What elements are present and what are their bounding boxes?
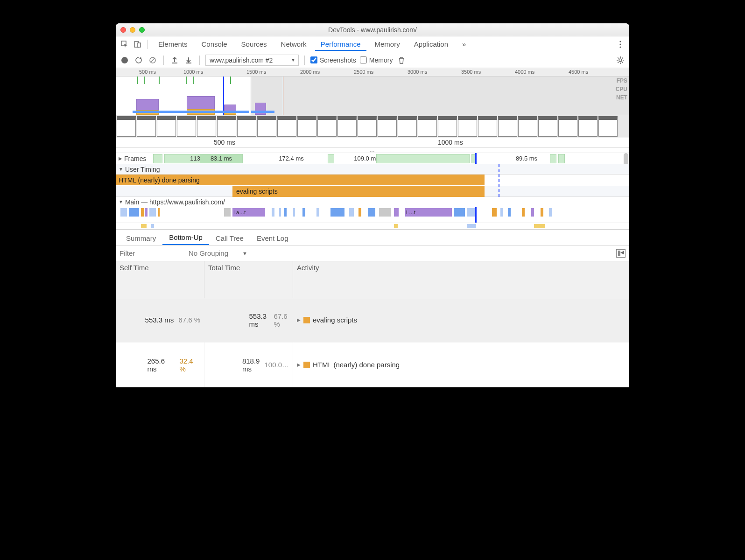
table-cell-total-time[interactable]: 553.3 ms 67.6 % (204, 298, 293, 343)
overview-filmstrip[interactable] (116, 115, 629, 137)
filmstrip-frame[interactable] (558, 116, 577, 137)
details-tab-event-log[interactable]: Event Log (250, 231, 295, 245)
filmstrip-frame[interactable] (157, 116, 176, 137)
filmstrip-frame[interactable] (438, 116, 457, 137)
memory-checkbox-input[interactable] (360, 56, 367, 63)
user-timing-header[interactable]: ▼ User Timing (116, 164, 629, 175)
flame-event[interactable]: L…t (405, 208, 452, 217)
flame-event[interactable] (394, 208, 399, 217)
flame-event[interactable] (141, 208, 144, 217)
screenshots-checkbox-input[interactable] (310, 56, 317, 63)
frame-block[interactable]: 83.1 ms (200, 154, 243, 163)
flame-event[interactable] (302, 208, 305, 217)
load-profile-button[interactable] (169, 55, 180, 65)
filmstrip-frame[interactable] (398, 116, 417, 137)
filmstrip-frame[interactable] (277, 116, 296, 137)
flame-event[interactable] (284, 208, 287, 217)
details-tab-bottom-up[interactable]: Bottom-Up (162, 231, 209, 245)
flame-event[interactable] (467, 208, 475, 217)
close-window-button[interactable] (120, 27, 126, 33)
flame-event[interactable] (151, 224, 154, 228)
recording-select[interactable]: www.paulirish.com #2 ▼ (205, 55, 299, 66)
expand-triangle-icon[interactable]: ▶ (297, 362, 301, 367)
overview-selection[interactable] (116, 77, 251, 115)
filmstrip-frame[interactable] (177, 116, 196, 137)
filmstrip-frame[interactable] (518, 116, 537, 137)
clear-button[interactable] (148, 55, 158, 65)
panel-tab-performance[interactable]: Performance (315, 37, 366, 51)
flame-event[interactable] (141, 224, 147, 228)
garbage-collect-button[interactable] (396, 55, 407, 65)
flame-event[interactable] (492, 208, 497, 217)
more-tabs-button[interactable]: » (457, 37, 471, 51)
flame-event[interactable] (349, 208, 354, 217)
flame-event[interactable] (145, 208, 148, 217)
table-header[interactable]: Total Time (204, 261, 293, 298)
user-timing-bar[interactable]: evaling scripts (232, 186, 485, 197)
frame-block[interactable] (376, 154, 470, 163)
screenshots-checkbox[interactable]: Screenshots (310, 56, 356, 64)
kebab-menu-icon[interactable] (615, 39, 626, 49)
flame-event[interactable] (120, 208, 127, 217)
frame-block[interactable] (471, 154, 475, 163)
device-toolbar-icon[interactable] (133, 39, 143, 49)
flame-event[interactable] (541, 208, 543, 217)
flame-event[interactable] (508, 208, 511, 217)
filmstrip-frame[interactable] (197, 116, 216, 137)
bottom-up-table[interactable]: Self TimeTotal TimeActivity553.3 ms 67.6… (116, 261, 629, 387)
details-tab-call-tree[interactable]: Call Tree (209, 231, 250, 245)
panel-tab-elements[interactable]: Elements (153, 37, 193, 51)
table-header[interactable]: Activity (293, 261, 629, 298)
flame-event[interactable] (272, 208, 274, 217)
flame-event[interactable] (316, 208, 319, 217)
flame-event[interactable] (368, 208, 375, 217)
flame-event[interactable] (279, 208, 281, 217)
filmstrip-frame[interactable] (117, 116, 136, 137)
flame-event[interactable] (129, 208, 139, 217)
flame-event[interactable] (394, 224, 398, 228)
panel-tab-network[interactable]: Network (275, 37, 312, 51)
table-cell-self-time[interactable]: 553.3 ms 67.6 % (116, 298, 204, 343)
panel-tab-memory[interactable]: Memory (369, 37, 406, 51)
table-cell-activity[interactable]: ▶evaling scripts (293, 298, 629, 343)
flame-event[interactable] (379, 208, 391, 217)
memory-checkbox[interactable]: Memory (360, 56, 393, 64)
filmstrip-frame[interactable] (418, 116, 437, 137)
panel-tab-sources[interactable]: Sources (236, 37, 273, 51)
flame-event[interactable] (534, 224, 545, 228)
filmstrip-frame[interactable] (498, 116, 517, 137)
panel-tab-application[interactable]: Application (408, 37, 454, 51)
timeline-overview[interactable]: 500 ms1000 ms1500 ms2000 ms2500 ms3000 m… (116, 68, 629, 138)
user-timing-bar[interactable]: HTML (nearly) done parsing (116, 175, 485, 186)
flame-event[interactable] (531, 208, 534, 217)
filmstrip-frame[interactable] (538, 116, 557, 137)
minimize-window-button[interactable] (130, 27, 135, 33)
flame-event[interactable] (549, 208, 552, 217)
save-profile-button[interactable] (183, 55, 194, 65)
flame-event[interactable] (522, 208, 525, 217)
flame-event[interactable] (500, 208, 503, 217)
frames-track[interactable]: ▶ Frames 113.9 ms 83.1 ms 172.4 ms 109.0… (116, 153, 629, 164)
flame-event[interactable] (467, 224, 476, 228)
flame-event[interactable] (358, 208, 361, 217)
filmstrip-frame[interactable] (337, 116, 357, 137)
filmstrip-frame[interactable] (237, 116, 256, 137)
table-cell-total-time[interactable]: 818.9 ms 100.0… (204, 343, 293, 387)
filmstrip-frame[interactable] (358, 116, 377, 137)
flame-event[interactable] (149, 208, 156, 217)
table-cell-activity[interactable]: ▶HTML (nearly) done parsing (293, 343, 629, 387)
filmstrip-frame[interactable] (137, 116, 156, 137)
frame-block[interactable] (550, 154, 556, 163)
filmstrip-frame[interactable] (478, 116, 497, 137)
maximize-window-button[interactable] (139, 27, 145, 33)
details-tab-summary[interactable]: Summary (119, 231, 162, 245)
flame-event[interactable] (224, 208, 231, 217)
filmstrip-frame[interactable] (257, 116, 276, 137)
grouping-select[interactable]: No Grouping ▼ (189, 249, 247, 257)
flame-event[interactable] (454, 208, 465, 217)
flame-event[interactable]: La…t (232, 208, 265, 217)
frame-block[interactable] (328, 154, 334, 163)
filmstrip-frame[interactable] (578, 116, 597, 137)
capture-settings-button[interactable] (615, 55, 626, 65)
frame-block[interactable]: 172.4 ms (245, 154, 338, 163)
